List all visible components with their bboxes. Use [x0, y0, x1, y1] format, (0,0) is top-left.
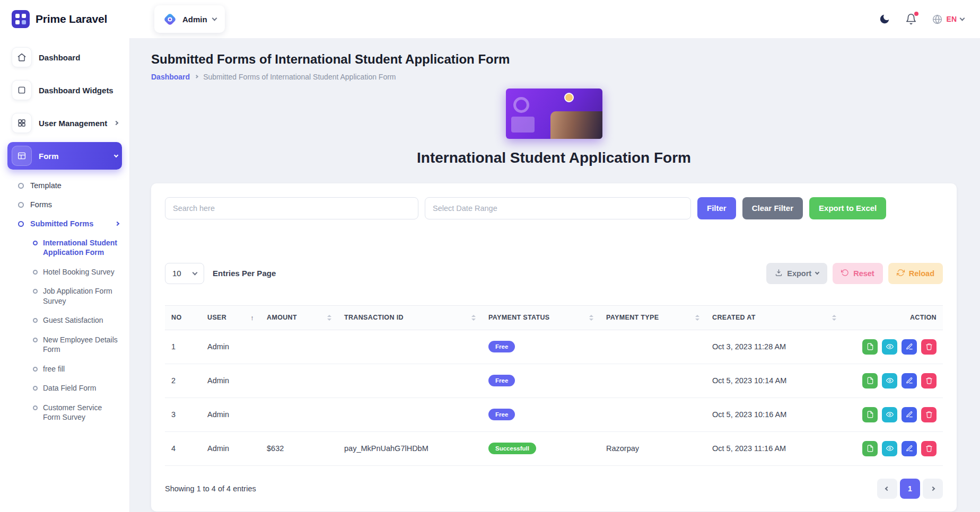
row-edit-button[interactable] — [902, 373, 917, 389]
clear-filter-button[interactable]: Clear Filter — [742, 197, 803, 219]
sidebar-item-international-student-application-form[interactable]: International Student Application Form — [31, 233, 122, 262]
table-body: 1AdminFreeOct 3, 2023 11:28 AM2AdminFree… — [165, 330, 943, 465]
row-view-button[interactable] — [882, 373, 897, 389]
row-file-button[interactable] — [862, 339, 878, 355]
sidebar-item-user-management[interactable]: User Management — [7, 109, 122, 137]
row-edit-button[interactable] — [902, 407, 917, 422]
row-delete-button[interactable] — [921, 441, 937, 456]
chevron-right-icon — [195, 75, 198, 78]
sidebar-item-job-application-form-survey[interactable]: Job Application Form Survey — [31, 281, 122, 311]
search-input[interactable] — [165, 197, 418, 219]
cell-payment-status: Successfull — [482, 431, 600, 465]
export-dropdown-button[interactable]: Export — [766, 263, 827, 284]
sidebar-item-customer-service-form-survey[interactable]: Customer Service Form Survey — [31, 398, 122, 427]
row-file-button[interactable] — [862, 373, 878, 389]
sidebar-item-form[interactable]: Form — [7, 142, 122, 170]
cell-action — [843, 364, 943, 398]
column-label: AMOUNT — [267, 314, 297, 321]
globe-icon — [932, 14, 943, 25]
sidebar-item-new-employee-details-form[interactable]: New Employee Details Form — [31, 330, 122, 359]
breadcrumb: Dashboard Submitted Forms of Internation… — [151, 73, 957, 81]
row-delete-button[interactable] — [921, 373, 937, 389]
banner-decoration — [513, 97, 529, 113]
form-submenu: Template Forms Submitted Forms Internati… — [7, 175, 122, 427]
sidebar-item-label: Hotel Booking Survey — [43, 267, 115, 277]
row-delete-button[interactable] — [921, 407, 937, 422]
column-header-user[interactable]: USER ↑ — [201, 305, 260, 330]
row-file-button[interactable] — [862, 441, 878, 456]
chevron-right-icon — [115, 222, 119, 226]
row-file-button[interactable] — [862, 407, 878, 422]
cell-no: 2 — [165, 364, 201, 398]
sort-icon — [695, 315, 699, 321]
entries-per-page-label: Entries Per Page — [213, 269, 276, 278]
filter-button[interactable]: Filter — [697, 197, 736, 219]
column-label: ACTION — [910, 314, 937, 321]
payment-status-badge: Free — [488, 341, 515, 352]
cell-payment-status: Free — [482, 398, 600, 431]
chevron-down-icon — [960, 16, 965, 21]
column-header-created-at[interactable]: CREATED AT — [706, 305, 843, 330]
language-selector[interactable]: EN — [932, 14, 964, 25]
dark-mode-toggle[interactable] — [879, 13, 890, 25]
sidebar-item-label: Dashboard — [39, 53, 80, 62]
sidebar-item-data-field-form[interactable]: Data Field Form — [31, 378, 122, 398]
cell-created-at: Oct 5, 2023 10:14 AM — [706, 364, 843, 398]
payment-status-badge: Successfull — [488, 443, 536, 454]
breadcrumb-home-link[interactable]: Dashboard — [151, 73, 190, 81]
workspace-switcher[interactable]: Admin — [154, 5, 225, 33]
sidebar-item-label: Template — [30, 181, 62, 190]
notifications-button[interactable] — [905, 13, 917, 25]
workspace-logo-icon — [163, 12, 177, 27]
date-range-input[interactable] — [425, 197, 691, 219]
cell-user: Admin — [201, 364, 260, 398]
page-1-button[interactable]: 1 — [900, 479, 920, 499]
cell-amount — [260, 364, 338, 398]
layout: Dashboard Dashboard Widgets User Managem… — [0, 38, 980, 512]
home-icon — [12, 47, 32, 67]
sidebar-item-free-fill[interactable]: free fill — [31, 359, 122, 378]
export-label: Export — [787, 269, 811, 278]
cell-created-at: Oct 5, 2023 10:16 AM — [706, 398, 843, 431]
column-header-payment-type[interactable]: PAYMENT TYPE — [600, 305, 706, 330]
cell-action — [843, 398, 943, 431]
row-view-button[interactable] — [882, 407, 897, 422]
sort-ascending-icon: ↑ — [250, 314, 254, 322]
next-page-button[interactable] — [923, 479, 943, 499]
column-header-amount[interactable]: AMOUNT — [260, 305, 338, 330]
sidebar-item-hotel-booking-survey[interactable]: Hotel Booking Survey — [31, 262, 122, 281]
sidebar-item-label: Dashboard Widgets — [39, 86, 113, 95]
column-label: PAYMENT STATUS — [488, 314, 550, 321]
sidebar-item-submitted-forms[interactable]: Submitted Forms — [15, 214, 122, 233]
sidebar-item-dashboard-widgets[interactable]: Dashboard Widgets — [7, 76, 122, 104]
sidebar-item-dashboard[interactable]: Dashboard — [7, 43, 122, 71]
column-header-payment-status[interactable]: PAYMENT STATUS — [482, 305, 600, 330]
table-row: 4Admin$632pay_MkPnUahG7lHDbMSuccessfullR… — [165, 431, 943, 465]
column-header-transaction-id[interactable]: TRANSACTION ID — [338, 305, 482, 330]
row-view-button[interactable] — [882, 441, 897, 456]
reset-icon — [841, 269, 849, 278]
reset-button[interactable]: Reset — [833, 263, 883, 284]
circle-icon — [33, 386, 38, 391]
cell-user: Admin — [201, 330, 260, 364]
brand[interactable]: Prime Laravel — [0, 10, 130, 28]
row-view-button[interactable] — [882, 339, 897, 355]
cell-transaction-id: pay_MkPnUahG7lHDbM — [338, 431, 482, 465]
sidebar-item-template[interactable]: Template — [15, 176, 122, 195]
export-excel-button[interactable]: Export to Excel — [809, 197, 886, 219]
topbar: Prime Laravel Admin EN — [0, 0, 980, 38]
sidebar-item-guest-satisfaction[interactable]: Guest Satisfaction — [31, 311, 122, 330]
entries-per-page-select[interactable]: 10 — [165, 263, 204, 284]
sidebar-item-forms[interactable]: Forms — [15, 195, 122, 214]
prev-page-button[interactable] — [877, 479, 897, 499]
row-delete-button[interactable] — [921, 339, 937, 355]
brand-name: Prime Laravel — [36, 13, 107, 25]
row-edit-button[interactable] — [902, 339, 917, 355]
cell-action — [843, 431, 943, 465]
form-hero: International Student Application Form — [151, 89, 957, 166]
reload-button[interactable]: Reload — [888, 263, 943, 284]
chevron-down-icon — [212, 16, 217, 21]
circle-icon — [18, 202, 24, 208]
row-edit-button[interactable] — [902, 441, 917, 456]
showing-entries: Showing 1 to 4 of 4 entries — [165, 484, 256, 493]
